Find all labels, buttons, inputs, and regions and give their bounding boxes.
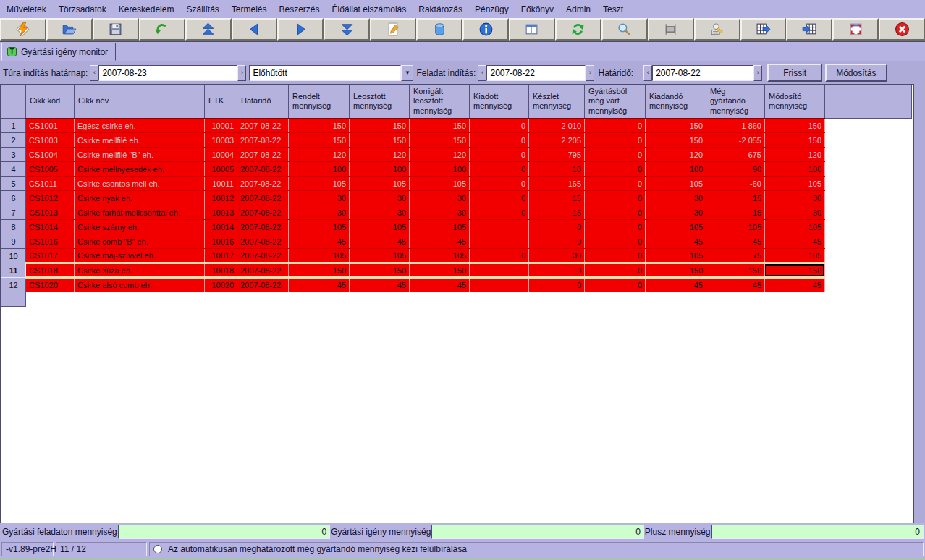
toolbar-button-info[interactable]	[462, 18, 509, 41]
menu-item-fokonyv[interactable]: Főkönyv	[521, 4, 554, 14]
table-cell[interactable]: 45	[765, 278, 825, 292]
toolbar-button-exit[interactable]	[879, 18, 925, 41]
table-cell[interactable]: CS1017	[26, 249, 75, 263]
table-cell[interactable]: 45	[765, 234, 825, 249]
table-cell[interactable]: 165	[529, 177, 585, 191]
column-header-modosito-mennyiseg[interactable]: Módosító mennyiség	[765, 85, 825, 119]
toolbar-button-next[interactable]	[277, 18, 324, 41]
table-cell[interactable]: 15	[706, 205, 765, 220]
column-header-kiadott-mennyiseg[interactable]: Kiadott mennyiség	[470, 85, 529, 119]
table-cell[interactable]: 30	[765, 191, 825, 205]
tour-date-next-icon[interactable]: ›	[237, 65, 246, 81]
table-cell[interactable]: CS1020	[26, 278, 75, 292]
row-number[interactable]: 6	[1, 191, 26, 205]
table-cell[interactable]: 0	[585, 263, 646, 278]
column-header-kiadando-mennyiseg[interactable]: Kiadandó mennyiség	[646, 85, 706, 119]
table-cell[interactable]: 45	[646, 278, 706, 292]
table-cell[interactable]: 150	[410, 119, 470, 133]
table-cell[interactable]: 30	[289, 205, 350, 220]
table-cell[interactable]: 105	[646, 220, 706, 234]
toolbar-button-last-down[interactable]	[324, 18, 370, 41]
table-cell[interactable]: 2007-08-22	[237, 119, 289, 133]
table-cell[interactable]: 150	[350, 133, 410, 148]
table-cell[interactable]: 0	[585, 249, 646, 263]
table-cell[interactable]: 105	[410, 249, 470, 263]
table-cell[interactable]: 10017	[205, 249, 237, 263]
toolbar-button-maximize[interactable]	[832, 18, 879, 41]
table-cell[interactable]: Csirke máj-szívvel eh.	[75, 249, 205, 263]
table-cell[interactable]: CS1005	[26, 162, 75, 177]
table-cell[interactable]: 10011	[205, 177, 237, 191]
menu-item-kereskedelem[interactable]: Kereskedelem	[119, 4, 174, 14]
table-cell[interactable]: 0	[585, 162, 646, 177]
table-cell[interactable]: 150	[765, 119, 825, 133]
table-cell[interactable]: 0	[529, 278, 585, 292]
table-cell[interactable]	[470, 234, 529, 249]
table-cell[interactable]: 45	[289, 234, 350, 249]
table-cell[interactable]: 0	[470, 119, 529, 133]
table-cell[interactable]: -60	[706, 177, 765, 191]
table-cell[interactable]: -2 055	[706, 133, 765, 148]
table-cell[interactable]: CS1003	[26, 133, 75, 148]
table-cell[interactable]: CS1004	[26, 148, 75, 162]
chevron-down-icon[interactable]: ▼	[401, 65, 413, 81]
table-cell[interactable]: 10014	[205, 220, 237, 234]
modify-button[interactable]: Módosítás	[825, 64, 887, 82]
row-number[interactable]: 3	[1, 148, 26, 162]
row-number[interactable]: 11	[1, 263, 26, 278]
table-cell[interactable]: 0	[470, 205, 529, 220]
table-cell[interactable]: 150	[765, 263, 825, 278]
table-cell[interactable]: 105	[350, 177, 410, 191]
table-cell[interactable]: 150	[410, 133, 470, 148]
column-header-hatarido[interactable]: Határidő	[237, 85, 289, 119]
toolbar-button-refresh[interactable]	[555, 18, 601, 41]
column-header-etk[interactable]: ETK	[205, 85, 237, 119]
menu-item-raktarozas[interactable]: Raktározás	[418, 4, 462, 14]
table-cell[interactable]: 105	[289, 249, 350, 263]
table-cell[interactable]: 2007-08-22	[237, 234, 289, 249]
table-cell[interactable]: 150	[706, 263, 765, 278]
table-cell[interactable]: Csirke mellfilé eh.	[75, 133, 205, 148]
toolbar-button-search[interactable]	[601, 18, 648, 41]
table-cell[interactable]: 45	[410, 278, 470, 292]
table-cell[interactable]: 120	[765, 148, 825, 162]
table-cell[interactable]: 150	[646, 133, 706, 148]
table-cell[interactable]: CS1011	[26, 177, 75, 191]
row-number[interactable]: 10	[1, 249, 26, 263]
table-cell[interactable]: 105	[350, 220, 410, 234]
toolbar-button-open-folder[interactable]	[46, 18, 93, 41]
row-number[interactable]: 4	[1, 162, 26, 177]
table-cell[interactable]: 150	[289, 133, 350, 148]
deadline-date-input[interactable]	[652, 65, 753, 81]
table-cell[interactable]: 2007-08-22	[237, 220, 289, 234]
table-cell[interactable]: 105	[410, 177, 470, 191]
table-cell[interactable]: 2 205	[529, 133, 585, 148]
table-cell[interactable]: 100	[646, 162, 706, 177]
table-cell[interactable]: 30	[410, 205, 470, 220]
table-cell[interactable]: 0	[585, 234, 646, 249]
toolbar-button-export-table[interactable]	[740, 18, 787, 41]
table-cell[interactable]: 45	[289, 278, 350, 292]
table-cell[interactable]: 30	[350, 205, 410, 220]
table-cell[interactable]: 2007-08-22	[237, 162, 289, 177]
menu-item-muveletek[interactable]: Műveletek	[7, 4, 46, 14]
menu-item-torzsadatok[interactable]: Törzsadatok	[59, 4, 106, 14]
column-header-meg-gyartando-mennyiseg[interactable]: Még gyártandó mennyiség	[706, 85, 765, 119]
table-cell[interactable]: 45	[350, 234, 410, 249]
product-group-combobox[interactable]: Előhűtött▼	[249, 65, 413, 81]
table-cell[interactable]: 150	[646, 119, 706, 133]
table-cell[interactable]: 45	[350, 278, 410, 292]
table-cell[interactable]: 0	[470, 133, 529, 148]
table-cell[interactable]: 0	[470, 191, 529, 205]
table-cell[interactable]: 0	[470, 162, 529, 177]
row-number[interactable]: 7	[1, 205, 26, 220]
row-number[interactable]: 5	[1, 177, 26, 191]
table-cell[interactable]: CS1018	[26, 263, 75, 278]
menu-item-penzugy[interactable]: Pénzügy	[475, 4, 509, 14]
table-cell[interactable]: -1 860	[706, 119, 765, 133]
table-cell[interactable]: 10003	[205, 133, 237, 148]
column-header-cikk-kod[interactable]: Cikk kód	[26, 85, 75, 119]
table-cell[interactable]: 2007-08-22	[237, 148, 289, 162]
column-header-rendelt-mennyiseg[interactable]: Rendelt mennyiség	[289, 85, 350, 119]
table-cell[interactable]: 100	[350, 162, 410, 177]
